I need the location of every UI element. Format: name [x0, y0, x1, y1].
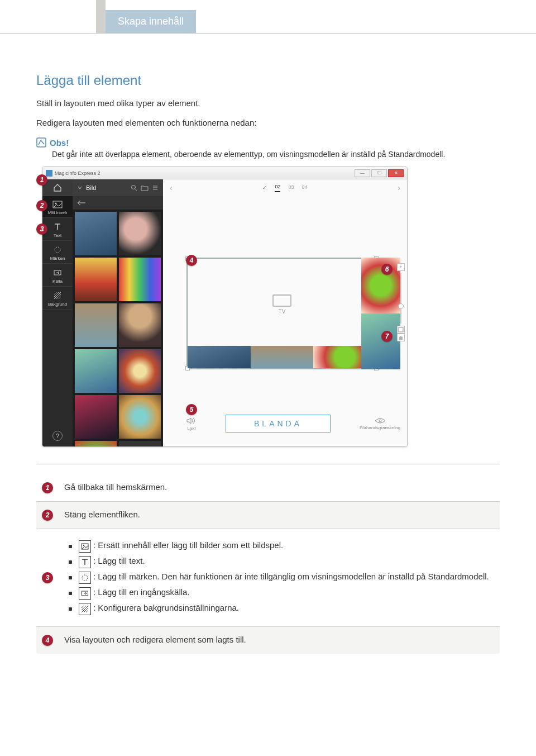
thumbnail[interactable]: [119, 441, 161, 446]
thumbnail[interactable]: [119, 258, 161, 301]
callout-2: 2: [36, 200, 47, 211]
bottom-bar: Ljud BLANDA Förhandsgranskning: [186, 411, 400, 436]
hand-icon: [398, 335, 404, 340]
separator: [36, 464, 500, 464]
legend-3c: : Lägg till märken. Den här funktionen ä…: [93, 572, 489, 581]
check-icon: ✓: [262, 185, 267, 191]
source-icon: [79, 587, 91, 600]
side-preview: [361, 258, 400, 369]
thumbnail[interactable]: [75, 258, 117, 301]
callout-5: 5: [186, 404, 197, 415]
prev-page-button[interactable]: ‹: [170, 183, 173, 192]
source-icon: [53, 268, 62, 277]
preview-button[interactable]: Förhandsgranskning: [360, 417, 400, 430]
rail-brands-label: Märken: [50, 256, 65, 261]
image-icon: [79, 540, 91, 553]
layout-slot: [188, 346, 251, 368]
legend-3e: : Konfigurera bakgrundsinställningarna.: [93, 603, 239, 612]
search-icon[interactable]: [131, 184, 137, 191]
window-titlebar: MagicInfo Express 2 — ☐ ✕: [42, 167, 407, 179]
monitor-icon: [272, 294, 291, 307]
legend-row-4: Visa layouten och redigera element som l…: [59, 627, 500, 654]
legend-3b: : Lägg till text.: [93, 556, 145, 565]
preview-label: Förhandsgranskning: [360, 425, 400, 430]
tv-label: TV: [279, 308, 286, 315]
thumbnail[interactable]: [75, 395, 117, 439]
home-icon: [53, 183, 62, 192]
folder-icon[interactable]: [141, 184, 149, 191]
page-tab[interactable]: 02: [275, 184, 280, 192]
legend-badge-1: 1: [42, 482, 53, 493]
page-tab[interactable]: 03: [288, 184, 294, 192]
legend-badge-2: 2: [42, 510, 53, 521]
note-box: Obs! Det går inte att överlappa element,…: [36, 137, 500, 159]
pan-button[interactable]: [397, 334, 405, 341]
background-icon: [53, 291, 62, 300]
svg-rect-7: [399, 327, 403, 332]
legend-badge-4: 4: [42, 635, 53, 646]
thumbnail[interactable]: [119, 212, 161, 255]
rail-source[interactable]: Källa: [42, 264, 73, 287]
minimize-button[interactable]: —: [355, 169, 370, 177]
brand-icon: [79, 572, 91, 584]
zoom-in-button[interactable]: +: [397, 263, 405, 271]
image-icon: [52, 201, 63, 208]
close-button[interactable]: ✕: [388, 169, 404, 177]
canvas-area: ‹ ✓ 02 03 04 ›: [163, 179, 407, 446]
callout-7: 7: [381, 331, 393, 342]
zoom-control: +: [397, 263, 405, 341]
legend-row-3: : Ersätt innehåll eller lägg till bilder…: [59, 529, 500, 627]
svg-point-10: [83, 545, 84, 546]
brand-icon: [53, 245, 62, 254]
tv-placeholder: TV: [272, 294, 291, 315]
callout-4: 4: [186, 255, 197, 266]
zoom-fit-button[interactable]: [397, 326, 405, 334]
intro-text-1: Ställ in layouten med olika typer av ele…: [36, 98, 500, 108]
svg-point-6: [132, 186, 136, 189]
back-bar[interactable]: [73, 196, 163, 210]
text-icon: [53, 222, 62, 231]
page-tab[interactable]: 04: [302, 184, 308, 192]
thumbnail[interactable]: [119, 303, 161, 347]
note-icon: [36, 137, 46, 148]
svg-point-8: [379, 420, 381, 422]
svg-rect-0: [37, 138, 46, 147]
thumbnail-grid: [73, 210, 163, 446]
svg-point-4: [55, 247, 60, 253]
rail-background-label: Bakgrund: [48, 302, 67, 307]
text-icon: [79, 556, 91, 568]
thumbnail[interactable]: [75, 349, 117, 393]
arrow-left-icon: [77, 200, 86, 206]
zoom-slider[interactable]: [400, 273, 401, 324]
app-screenshot: MagicInfo Express 2 — ☐ ✕ Mitt inneh: [42, 167, 408, 447]
maximize-button[interactable]: ☐: [371, 169, 387, 177]
blend-button[interactable]: BLANDA: [226, 415, 331, 432]
rail-source-label: Källa: [52, 279, 63, 284]
callout-3: 3: [36, 224, 47, 235]
audio-button[interactable]: Ljud: [186, 417, 197, 431]
list-icon[interactable]: [152, 184, 159, 191]
layout-slot: [251, 346, 314, 368]
rail-background[interactable]: Bakgrund: [42, 287, 73, 310]
rail-brands[interactable]: Märken: [42, 241, 73, 264]
breadcrumb: Skapa innehåll: [106, 10, 196, 33]
svg-rect-1: [46, 170, 52, 177]
legend-table: 1 Gå tillbaka till hemskärmen. 2 Stäng e…: [36, 474, 500, 654]
legend-row-2: Stäng elementfliken.: [59, 502, 500, 529]
help-button[interactable]: ?: [52, 431, 63, 441]
page-tabs: ‹ ✓ 02 03 04 ›: [163, 179, 407, 196]
svg-point-3: [55, 203, 57, 205]
thumbnail[interactable]: [75, 212, 117, 255]
window-title: MagicInfo Express 2: [55, 170, 100, 176]
thumbnail[interactable]: [119, 395, 161, 439]
thumbnail[interactable]: [119, 349, 161, 393]
rail-content-label: Mitt inneh: [48, 210, 68, 215]
section-title: Lägga till element: [36, 73, 500, 88]
canvas-selection[interactable]: TV: [186, 258, 377, 369]
next-page-button[interactable]: ›: [398, 183, 400, 192]
legend-3d: : Lägg till en ingångskälla.: [93, 587, 190, 597]
thumbnail[interactable]: [75, 441, 117, 446]
speaker-icon: [186, 417, 197, 425]
audio-label: Ljud: [187, 426, 195, 431]
thumbnail[interactable]: [75, 303, 117, 347]
